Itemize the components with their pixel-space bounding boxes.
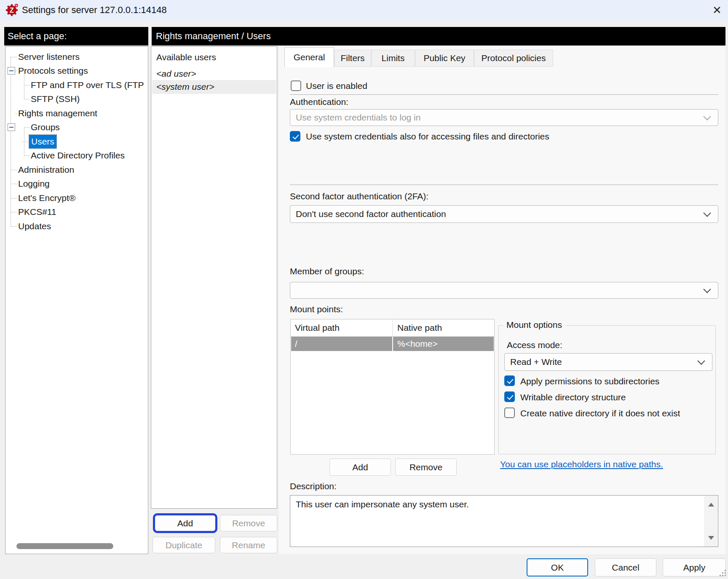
chevron-down-icon [703,209,711,217]
add-user-button[interactable]: Add [155,515,215,531]
tree-item-administration[interactable]: Administration [18,163,74,177]
description-label: Description: [290,481,337,492]
tab-filters[interactable]: Filters [334,50,371,67]
writable-structure-label: Writable directory structure [520,392,626,402]
tree-item-active-directory-profiles[interactable]: Active Directory Profiles [31,149,125,162]
tree-guide [11,57,11,226]
rename-user-button[interactable]: Rename [220,537,277,553]
table-row[interactable]: / %<home> [291,337,494,351]
window-title: Settings for server 127.0.0.1:14148 [22,5,167,16]
remove-user-button[interactable]: Remove [220,515,277,531]
authentication-value: Use system credentials to log in [296,113,420,123]
list-item-label: <system user> [156,80,214,94]
remove-mount-button[interactable]: Remove [395,458,457,476]
scroll-down-icon[interactable] [708,536,714,540]
system-credentials-label: Use system credentials also for accessin… [306,131,549,142]
tree-item-logging[interactable]: Logging [18,177,50,190]
tree-item-ftp[interactable]: FTP and FTP over TLS (FTP [31,78,144,92]
mount-points-table: Virtual path Native path / %<home> [290,319,495,455]
apply-permissions-checkbox[interactable] [504,375,515,386]
cancel-button[interactable]: Cancel [595,558,656,576]
tree-expander-icon[interactable] [8,123,15,131]
placeholders-link[interactable]: You can use placeholders in native paths… [500,459,663,469]
row-column-divider [392,337,393,351]
title-bar: Z + Settings for server 127.0.0.1:14148 [0,0,728,20]
tree-item-rights-management[interactable]: Rights management [18,107,97,120]
scroll-up-icon[interactable] [708,503,714,507]
mount-points-label: Mount points: [290,304,343,315]
virtual-path-cell: / [295,337,297,351]
apply-permissions-label: Apply permissions to subdirectories [520,376,659,386]
settings-dialog: Z + Settings for server 127.0.0.1:14148 … [0,0,728,579]
description-text: This user can impersonate any system use… [296,499,469,509]
svg-text:+: + [16,4,18,8]
system-credentials-checkbox[interactable] [290,131,300,142]
member-of-groups-label: Member of groups: [290,266,364,277]
list-item-system-user[interactable]: <system user> [152,80,276,94]
add-mount-button[interactable]: Add [329,458,391,476]
tab-general[interactable]: General [284,47,334,67]
vertical-scrollbar[interactable] [704,496,717,547]
member-of-groups-select[interactable] [290,282,718,299]
close-icon[interactable]: ✕ [709,3,725,18]
select-page-header: Select a page: [4,27,148,46]
page-tree: Server listeners Protocols settings FTP … [5,46,148,554]
filezilla-server-icon: Z + [5,3,19,17]
column-header-virtual-path[interactable]: Virtual path [295,319,340,336]
mount-options-title: Mount options [503,320,565,330]
chevron-down-icon [697,357,705,365]
list-item-ad-user[interactable]: <ad user> [156,67,196,80]
minus-icon [9,127,13,128]
tree-item-server-listeners[interactable]: Server listeners [18,50,80,64]
tree-item-users[interactable]: Users [29,135,56,148]
user-enabled-label: User is enabled [306,80,367,91]
column-divider[interactable] [392,319,393,336]
list-title: Available users [156,51,216,64]
user-enabled-checkbox[interactable] [291,80,301,91]
second-factor-value: Don't use second factor authentication [296,209,446,219]
tree-expander-icon[interactable] [8,67,15,75]
second-factor-select[interactable]: Don't use second factor authentication [290,205,718,223]
writable-structure-checkbox[interactable] [504,391,515,402]
column-header-native-path[interactable]: Native path [397,319,442,336]
create-native-label: Create native directory if it does not e… [520,408,680,418]
resize-grip-icon[interactable] [720,570,726,576]
breadcrumb: Rights management / Users [152,27,725,46]
tab-protocol-policies[interactable]: Protocol policies [474,50,553,67]
ok-button[interactable]: OK [527,558,588,576]
access-mode-label: Access mode: [507,340,562,351]
description-textarea[interactable]: This user can impersonate any system use… [290,495,718,547]
create-native-checkbox[interactable] [504,407,515,418]
native-path-cell: %<home> [397,337,438,351]
apply-button[interactable]: Apply [663,558,726,576]
svg-text:Z: Z [10,7,14,14]
tree-item-updates[interactable]: Updates [18,220,51,233]
authentication-select[interactable]: Use system credentials to log in [290,109,718,126]
tree-item-protocols-settings[interactable]: Protocols settings [18,64,88,78]
tab-limits[interactable]: Limits [371,50,415,67]
tree-item-lets-encrypt[interactable]: Let's Encrypt® [18,191,75,205]
separator [290,185,718,185]
authentication-label: Authentication: [290,96,348,107]
tree-item-pkcs11[interactable]: PKCS#11 [18,205,56,219]
chevron-down-icon [703,113,711,120]
duplicate-user-button[interactable]: Duplicate [153,537,215,553]
separator [290,94,718,95]
chevron-down-icon [703,285,711,293]
tree-item-groups[interactable]: Groups [31,121,60,134]
tree-item-sftp[interactable]: SFTP (SSH) [31,92,80,106]
tab-public-key[interactable]: Public Key [415,50,474,67]
available-users-list: Available users <ad user> <system user> [151,46,277,509]
access-mode-select[interactable]: Read + Write [504,353,712,371]
access-mode-value: Read + Write [510,357,562,367]
horizontal-scrollbar[interactable] [16,543,113,549]
second-factor-label: Second factor authentication (2FA): [290,191,428,202]
minus-icon [9,70,13,71]
